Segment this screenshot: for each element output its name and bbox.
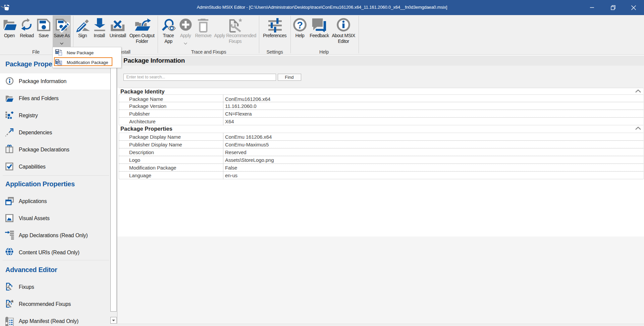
svg-text:?: ? (297, 20, 303, 30)
